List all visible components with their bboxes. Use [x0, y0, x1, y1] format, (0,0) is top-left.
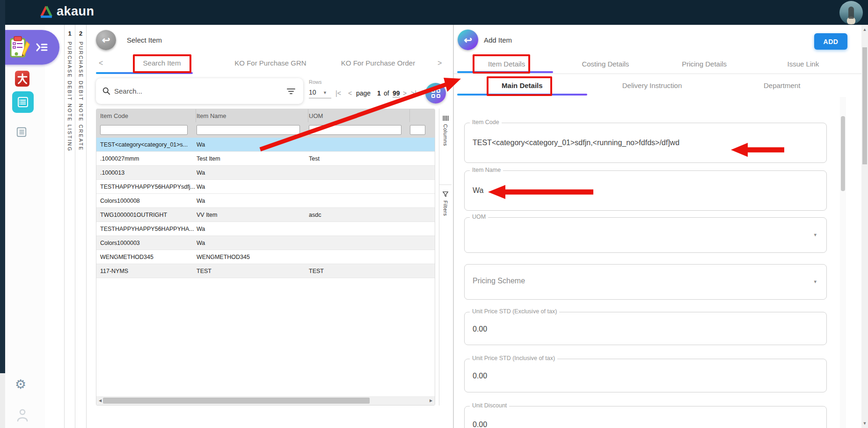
- field-label: Unit Discount: [470, 402, 509, 409]
- field-pricing-scheme-select[interactable]: Pricing Scheme ▾: [464, 264, 827, 300]
- profile-person-icon[interactable]: [16, 408, 29, 424]
- rows-dropdown-icon[interactable]: ▼: [323, 90, 327, 95]
- cell-item-name: Wa: [196, 226, 308, 232]
- field-unit-price-std-exclusive[interactable]: Unit Price STD (Exclusive of tax) 0.00: [464, 312, 827, 345]
- tab-pricing-details[interactable]: Pricing Details: [655, 54, 754, 74]
- top-header: akaun: [0, 0, 868, 25]
- settings-gear-icon[interactable]: ⚙: [15, 378, 26, 391]
- tab-issue-link[interactable]: Issue Link: [754, 54, 853, 74]
- filter-funnel-icon: [442, 191, 449, 198]
- table-row[interactable]: Colors1000003 Wa: [96, 236, 435, 250]
- pagination-last[interactable]: >|: [411, 89, 416, 97]
- cell-item-name: VV Item: [196, 212, 308, 218]
- user-avatar[interactable]: [839, 1, 863, 24]
- back-button[interactable]: ↩: [96, 30, 116, 50]
- filter-input-item-name[interactable]: [197, 125, 300, 135]
- subtab-main-details[interactable]: Main Details: [457, 76, 587, 96]
- table-row[interactable]: 117-NYMS TEST TEST: [96, 264, 435, 278]
- tab-costing-details[interactable]: Costing Details: [556, 54, 655, 74]
- cell-item-name: WENGMETHOD345: [196, 254, 308, 260]
- cell-item-name: Test Item: [196, 155, 308, 162]
- module-tab-purchase-debit-note-listing[interactable]: 1 PURCHASE DEBIT NOTE LISTING: [64, 25, 75, 428]
- column-header-item-code[interactable]: Item Code: [96, 109, 196, 122]
- subtab-delivery-instruction[interactable]: Delivery Instruction: [587, 76, 717, 96]
- pagination-first[interactable]: |<: [336, 89, 341, 97]
- panel-title: Select Item: [127, 36, 162, 44]
- grid-icon: [431, 89, 440, 98]
- scrollbar-thumb[interactable]: [103, 398, 370, 404]
- cell-uom: asdc: [308, 212, 410, 218]
- filter-input-uom[interactable]: [309, 125, 401, 135]
- table-filter-row: [96, 122, 435, 138]
- field-unit-price-std-inclusive[interactable]: Unit Price STD (Inclusive of tax) 0.00: [464, 359, 827, 392]
- cell-item-code: TESTHAPPYHAPPY56HAPPYsdfj...: [96, 184, 196, 190]
- pagination-current-page[interactable]: 1: [377, 89, 381, 97]
- tabs-scroll-right-icon[interactable]: >: [438, 59, 442, 67]
- filters-tool-label: Filters: [443, 200, 448, 216]
- table-row[interactable]: TESTHAPPYHAPPY56HAPPYHA... Wa: [96, 222, 435, 236]
- table-row[interactable]: .1000027mmm Test Item Test: [96, 152, 435, 166]
- table-horizontal-scrollbar[interactable]: ◀ ▶: [96, 396, 435, 405]
- scroll-left-icon[interactable]: ◀: [97, 398, 103, 403]
- table-row[interactable]: Colors1000008 Wa: [96, 194, 435, 208]
- form-scrollbar[interactable]: [840, 97, 846, 428]
- table-row[interactable]: .1000013 Wa: [96, 166, 435, 180]
- pagination-prev[interactable]: <: [348, 89, 352, 97]
- scroll-down-icon[interactable]: ▼: [861, 421, 868, 426]
- app-icon-da[interactable]: [15, 71, 29, 87]
- column-header-uom[interactable]: UOM: [308, 109, 410, 122]
- cell-item-name: Wa: [196, 170, 308, 176]
- active-app-pill[interactable]: [4, 30, 59, 65]
- list-table-icon: [17, 96, 29, 108]
- field-label: UOM: [470, 214, 488, 220]
- app-sidebar: ⚙: [5, 25, 45, 428]
- table-row[interactable]: WENGMETHOD345 WENGMETHOD345: [96, 250, 435, 264]
- cell-item-code: TEST<category<category_01>s...: [96, 141, 196, 148]
- scrollbar-thumb[interactable]: [841, 116, 845, 191]
- active-tab-underline: [96, 72, 193, 74]
- filter-input-item-code[interactable]: [100, 125, 188, 135]
- tabs-scroll-left-icon[interactable]: <: [99, 59, 103, 67]
- field-label: Unit Price STD (Exclusive of tax): [470, 308, 559, 315]
- tab-search-item[interactable]: Search Item: [143, 59, 181, 67]
- table-row[interactable]: TEST<category<category_01>s... Wa: [96, 138, 435, 152]
- subtab-department[interactable]: Department: [717, 76, 847, 96]
- tab-ko-for-purchase-grn[interactable]: KO For Purchase GRN: [234, 59, 306, 67]
- grid-view-button[interactable]: [425, 83, 446, 103]
- add-button[interactable]: ADD: [814, 33, 847, 50]
- pagination-next[interactable]: >: [403, 89, 407, 97]
- field-unit-discount[interactable]: Unit Discount 0.00: [464, 406, 827, 428]
- back-button-add-item[interactable]: ↩: [458, 30, 478, 50]
- tab-ko-for-purchase-order[interactable]: KO For Purchase Order: [341, 59, 415, 67]
- filter-input-extra[interactable]: [410, 125, 425, 135]
- collapse-menu-icon: [36, 42, 48, 52]
- scrollbar-thumb[interactable]: [862, 47, 867, 164]
- scroll-up-icon[interactable]: ▲: [861, 27, 868, 32]
- window-edge-strip-bottom: [0, 373, 5, 428]
- page-scrollbar[interactable]: ▲ ▼: [861, 25, 868, 428]
- brand-logo: akaun: [39, 4, 95, 19]
- cell-uom: Test: [308, 155, 410, 162]
- filter-sort-icon[interactable]: [286, 88, 296, 95]
- dropdown-chevron-icon[interactable]: ▾: [814, 232, 817, 238]
- columns-tool-button[interactable]: Columns: [439, 115, 452, 146]
- app-icon-listing[interactable]: [12, 91, 34, 113]
- back-arrow-icon: ↩: [464, 35, 472, 45]
- search-input[interactable]: [114, 87, 286, 95]
- rows-per-page-select[interactable]: 10: [309, 89, 331, 98]
- cell-item-code: TESTHAPPYHAPPY56HAPPYHA...: [96, 226, 196, 232]
- app-icon-listing-inactive[interactable]: [15, 126, 28, 138]
- column-header-item-name[interactable]: Item Name: [196, 109, 308, 122]
- scroll-right-icon[interactable]: ▶: [428, 398, 434, 403]
- module-tab-purchase-debit-note-create[interactable]: 2 PURCHASE DEBIT NOTE CREATE: [75, 25, 87, 428]
- table-row[interactable]: TESTHAPPYHAPPY56HAPPYsdfj... Wa: [96, 180, 435, 194]
- field-item-code[interactable]: Item Code TEST<category<category_01>sdfj…: [464, 123, 827, 163]
- filters-tool-button[interactable]: Filters: [439, 191, 452, 216]
- table-row[interactable]: TWG1000001OUTRIGHT VV Item asdc: [96, 208, 435, 222]
- search-bar: [96, 78, 303, 104]
- field-item-name[interactable]: Item Name Wa: [464, 170, 827, 211]
- tab-item-details[interactable]: Item Details: [457, 54, 556, 74]
- field-uom-select[interactable]: UOM ▾: [464, 217, 827, 253]
- dropdown-chevron-icon[interactable]: ▾: [814, 279, 817, 285]
- cell-item-code: Colors1000008: [96, 198, 196, 204]
